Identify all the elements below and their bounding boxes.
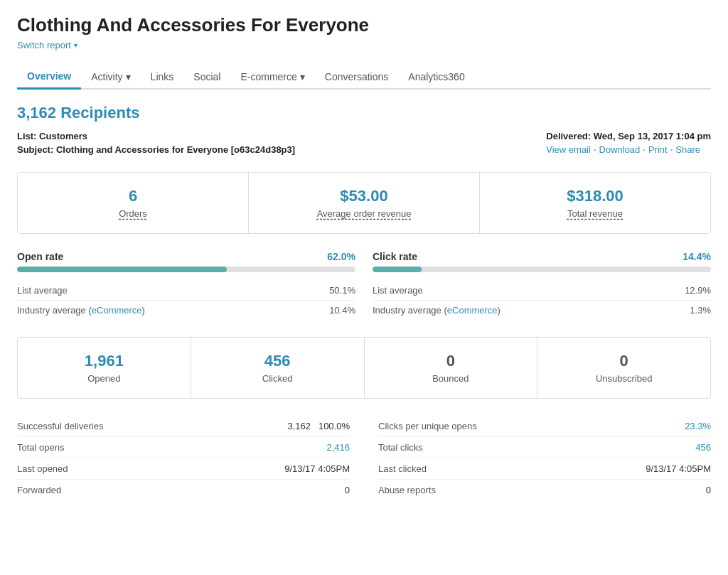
main-nav: Overview Activity ▾ Links Social E-comme… <box>17 65 711 90</box>
tab-analytics360[interactable]: Analytics360 <box>398 65 474 88</box>
summary-forwarded: Forwarded 0 <box>17 480 350 500</box>
chevron-down-icon: ▾ <box>74 41 77 49</box>
tab-overview[interactable]: Overview <box>17 65 81 90</box>
open-rate-value: 62.0% <box>327 251 355 262</box>
click-rate-value: 14.4% <box>682 251 711 262</box>
tab-social[interactable]: Social <box>183 65 230 88</box>
page-title: Clothing And Accessories For Everyone <box>17 14 711 36</box>
open-rate-block: Open rate 62.0% List average 50.1% Indus… <box>17 251 355 320</box>
summary-left: Successful deliveries 3,162 100.0% Total… <box>17 416 350 500</box>
clicked-card: 456 Clicked <box>191 338 365 398</box>
view-email-link[interactable]: View email <box>546 144 591 155</box>
summary-deliveries: Successful deliveries 3,162 100.0% <box>17 416 350 437</box>
tab-activity[interactable]: Activity ▾ <box>81 65 140 88</box>
summary-total-opens: Total opens 2,416 <box>17 437 350 458</box>
summary-right: Clicks per unique opens 23.3% Total clic… <box>378 416 711 500</box>
recipients-heading: 3,162 Recipients <box>17 104 711 122</box>
summary-abuse-reports: Abuse reports 0 <box>378 480 711 500</box>
print-link[interactable]: Print <box>648 144 668 155</box>
meta-left: List: Customers Subject: Clothing and Ac… <box>17 131 295 158</box>
switch-report[interactable]: Switch report ▾ <box>17 40 77 50</box>
chevron-down-icon: ▾ <box>126 71 131 82</box>
opened-card: 1,961 Opened <box>18 338 191 398</box>
summary-last-clicked: Last clicked 9/13/17 4:05PM <box>378 458 711 480</box>
click-rate-list-avg: List average 12.9% <box>373 281 711 301</box>
revenue-cards: 6 Orders $53.00 Average order revenue $3… <box>17 172 711 234</box>
open-rate-bar-fill <box>17 267 227 272</box>
tab-ecommerce[interactable]: E-commerce ▾ <box>230 65 314 88</box>
open-rate-industry-avg: Industry average (eCommerce) 10.4% <box>17 301 355 320</box>
recipients-count: 3,162 <box>17 104 56 122</box>
share-link[interactable]: Share <box>675 144 700 155</box>
open-rate-label: Open rate <box>17 251 63 262</box>
unsubscribed-card: 0 Unsubscribed <box>537 338 710 398</box>
open-rate-bar-bg <box>17 267 355 272</box>
bounced-card: 0 Bounced <box>365 338 538 398</box>
ecommerce-link-click[interactable]: eCommerce <box>447 305 498 316</box>
click-rate-label: Click rate <box>373 251 417 262</box>
orders-card: 6 Orders <box>18 173 249 233</box>
chevron-down-icon: ▾ <box>300 71 305 82</box>
download-link[interactable]: Download <box>599 144 641 155</box>
rates-section: Open rate 62.0% List average 50.1% Indus… <box>17 251 711 320</box>
tab-links[interactable]: Links <box>141 65 184 88</box>
summary-last-opened: Last opened 9/13/17 4:05PM <box>17 458 350 480</box>
summary-total-clicks: Total clicks 456 <box>378 437 711 458</box>
summary-section: Successful deliveries 3,162 100.0% Total… <box>17 416 711 500</box>
click-rate-bar-fill <box>373 267 422 272</box>
avg-order-card: $53.00 Average order revenue <box>249 173 480 233</box>
summary-clicks-per-unique: Clicks per unique opens 23.3% <box>378 416 711 437</box>
click-rate-block: Click rate 14.4% List average 12.9% Indu… <box>373 251 711 320</box>
click-rate-industry-avg: Industry average (eCommerce) 1.3% <box>373 301 711 320</box>
ecommerce-link-open[interactable]: eCommerce <box>92 305 142 316</box>
click-rate-bar-bg <box>373 267 711 272</box>
stats-cards: 1,961 Opened 456 Clicked 0 Bounced 0 Uns… <box>17 337 711 399</box>
open-rate-list-avg: List average 50.1% <box>17 281 355 301</box>
meta-section: List: Customers Subject: Clothing and Ac… <box>17 131 711 158</box>
total-revenue-card: $318.00 Total revenue <box>480 173 710 233</box>
tab-conversations[interactable]: Conversations <box>315 65 399 88</box>
meta-right: Delivered: Wed, Sep 13, 2017 1:04 pm Vie… <box>546 131 711 158</box>
